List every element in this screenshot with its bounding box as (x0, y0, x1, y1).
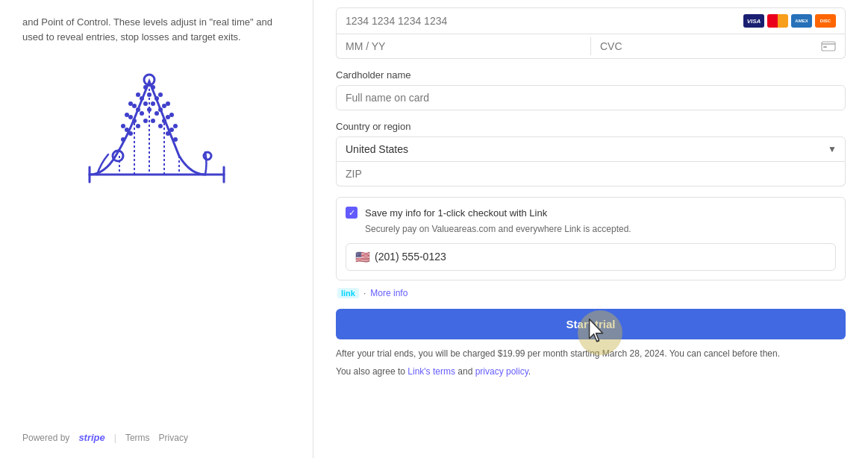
svg-point-33 (132, 119, 137, 123)
privacy-link[interactable]: Privacy (159, 433, 188, 443)
trial-agree: You also agree to Link's terms and priva… (336, 365, 846, 378)
svg-rect-49 (823, 46, 827, 48)
chart-illustration (75, 59, 239, 186)
svg-point-25 (128, 115, 133, 119)
cvc-input[interactable] (600, 40, 821, 52)
country-select[interactable]: United States Canada United Kingdom Aust… (336, 137, 846, 162)
svg-point-36 (154, 111, 159, 116)
illustration (22, 59, 290, 186)
svg-point-20 (147, 92, 152, 97)
country-label: Country or region (336, 121, 846, 132)
svg-point-13 (143, 85, 148, 90)
save-info-desc: Securely pay on Valueareas.com and every… (346, 223, 836, 236)
svg-point-44 (158, 124, 163, 128)
country-select-wrapper: United States Canada United Kingdom Aust… (336, 137, 846, 162)
svg-point-15 (158, 92, 163, 97)
start-trial-label: Start trial (566, 318, 616, 330)
save-info-checkbox[interactable]: ✓ (346, 207, 357, 219)
link-logo: link (337, 288, 359, 298)
agree-text: You also agree to (336, 366, 408, 377)
svg-point-21 (154, 96, 159, 101)
footer-divider: | (114, 433, 116, 443)
svg-point-32 (125, 128, 129, 132)
cardholder-name-input[interactable] (336, 85, 846, 110)
svg-point-23 (169, 113, 174, 117)
svg-point-19 (140, 96, 144, 101)
privacy-policy-link[interactable]: privacy policy (475, 366, 528, 377)
footer: Powered by stripe | Terms Privacy (22, 432, 290, 443)
phone-input[interactable] (375, 251, 826, 263)
flag-icon: 🇺🇸 (355, 250, 370, 264)
card-number-row: VISA AMEX DISC (336, 7, 846, 34)
period: . (528, 366, 531, 377)
save-info-box: ✓ Save my info for 1-click checkout with… (336, 197, 846, 280)
svg-point-39 (121, 137, 125, 142)
and-text: and (455, 366, 475, 377)
links-terms-link[interactable]: Link's terms (408, 366, 455, 377)
zip-input[interactable] (336, 162, 846, 186)
svg-point-22 (162, 104, 166, 108)
svg-point-17 (125, 113, 129, 117)
mastercard-icon (767, 14, 788, 28)
discover-icon: DISC (815, 14, 836, 28)
amex-icon: AMEX (791, 14, 812, 28)
svg-point-28 (151, 101, 155, 106)
svg-point-37 (162, 119, 166, 123)
terms-link[interactable]: Terms (125, 433, 150, 443)
svg-point-24 (121, 124, 125, 128)
svg-point-14 (151, 85, 155, 90)
card-icons: VISA AMEX DISC (743, 14, 836, 28)
svg-point-46 (173, 137, 178, 142)
svg-point-26 (136, 107, 140, 112)
checkmark-icon: ✓ (349, 208, 355, 218)
svg-line-50 (596, 341, 599, 342)
svg-point-11 (128, 101, 133, 106)
svg-point-45 (166, 131, 170, 136)
cvc-card-icon (821, 41, 836, 51)
svg-point-16 (166, 101, 170, 106)
start-trial-button[interactable]: Start trial (336, 309, 846, 339)
visa-icon: VISA (743, 14, 764, 28)
cvc-row (591, 34, 845, 58)
svg-point-29 (158, 107, 163, 112)
svg-rect-47 (822, 42, 835, 51)
svg-point-43 (151, 119, 155, 123)
save-info-label: Save my info for 1-click checkout with L… (365, 207, 547, 219)
svg-point-18 (132, 104, 137, 108)
svg-point-41 (136, 124, 140, 128)
trial-note: After your trial ends, you will be charg… (336, 347, 846, 360)
link-info-row: link · More info (336, 288, 846, 298)
expiry-cvc-row (336, 34, 846, 59)
svg-point-31 (173, 124, 178, 128)
left-panel: and Point of Control. These levels adjus… (0, 0, 313, 458)
phone-row: 🇺🇸 (346, 243, 836, 271)
save-info-header: ✓ Save my info for 1-click checkout with… (346, 207, 836, 219)
link-separator: · (363, 288, 366, 298)
svg-point-42 (143, 119, 148, 123)
expiry-input[interactable] (337, 34, 590, 58)
more-info-link[interactable]: More info (370, 288, 408, 298)
stripe-logo: stripe (78, 432, 104, 443)
svg-point-38 (169, 128, 174, 132)
powered-by-text: Powered by (22, 433, 69, 443)
description-text: and Point of Control. These levels adjus… (22, 15, 290, 44)
card-number-input[interactable] (346, 15, 743, 27)
svg-point-30 (166, 115, 170, 119)
svg-point-35 (147, 107, 152, 112)
right-panel: VISA AMEX DISC Cardholder name Country o… (313, 0, 868, 458)
svg-point-34 (140, 111, 144, 116)
svg-point-27 (143, 101, 148, 106)
svg-point-40 (128, 131, 133, 136)
svg-point-12 (136, 92, 140, 97)
cardholder-label: Cardholder name (336, 69, 846, 81)
